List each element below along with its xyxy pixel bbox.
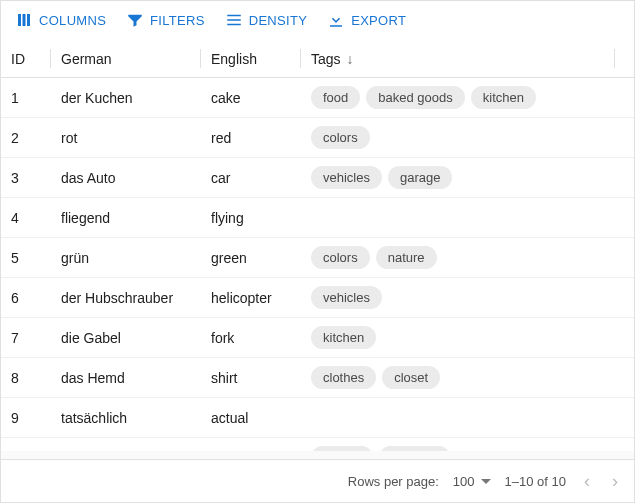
cell-german: grün [51, 244, 201, 272]
cell-id: 10 [1, 444, 51, 452]
columns-label: COLUMNS [39, 13, 106, 28]
table-row[interactable]: 10der Busbusschoolvehicles [1, 438, 634, 451]
table-row[interactable]: 6der Hubschrauberhelicoptervehicles [1, 278, 634, 318]
cell-tags: clothescloset [301, 360, 634, 395]
header-tail [614, 40, 634, 77]
chevron-down-icon [481, 479, 491, 484]
tag-chip[interactable]: clothes [311, 366, 376, 389]
cell-english: flying [201, 204, 301, 232]
cell-tags [301, 412, 634, 424]
header-english-label: English [211, 51, 257, 67]
data-grid: COLUMNS FILTERS DENSITY EXPORT ID German… [0, 0, 635, 503]
cell-tags [301, 212, 634, 224]
table-row[interactable]: 2rotredcolors [1, 118, 634, 158]
cell-english: bus [201, 444, 301, 452]
tag-chip[interactable]: nature [376, 246, 437, 269]
column-headers: ID German English Tags ↓ [1, 40, 634, 78]
header-tags-label: Tags [311, 51, 341, 67]
cell-id: 1 [1, 84, 51, 112]
columns-button[interactable]: COLUMNS [9, 7, 112, 33]
cell-english: cake [201, 84, 301, 112]
header-german[interactable]: German [51, 40, 201, 77]
table-row[interactable]: 5grüngreencolorsnature [1, 238, 634, 278]
cell-id: 8 [1, 364, 51, 392]
tag-chip[interactable]: food [311, 86, 360, 109]
cell-id: 9 [1, 404, 51, 432]
cell-tags: vehicles [301, 280, 634, 315]
cell-id: 3 [1, 164, 51, 192]
table-row[interactable]: 1der Kuchencakefoodbaked goodskitchen [1, 78, 634, 118]
table-row[interactable]: 3das Autocarvehiclesgarage [1, 158, 634, 198]
cell-tags: colorsnature [301, 240, 634, 275]
table-row[interactable]: 8das Hemdshirtclothescloset [1, 358, 634, 398]
table-row[interactable]: 9tatsächlichactual [1, 398, 634, 438]
page-size-select[interactable]: 100 [453, 474, 491, 489]
cell-english: green [201, 244, 301, 272]
tag-chip[interactable]: vehicles [311, 166, 382, 189]
pagination-range: 1–10 of 10 [505, 474, 566, 489]
cell-id: 6 [1, 284, 51, 312]
cell-german: das Hemd [51, 364, 201, 392]
cell-english: red [201, 124, 301, 152]
next-page-button[interactable]: › [608, 468, 622, 494]
tag-chip[interactable]: baked goods [366, 86, 464, 109]
density-icon [225, 11, 243, 29]
tag-chip[interactable]: closet [382, 366, 440, 389]
horizontal-scrollbar[interactable] [1, 451, 634, 459]
header-id[interactable]: ID [1, 40, 51, 77]
cell-english: actual [201, 404, 301, 432]
density-button[interactable]: DENSITY [219, 7, 313, 33]
density-label: DENSITY [249, 13, 307, 28]
header-english[interactable]: English [201, 40, 301, 77]
download-icon [327, 11, 345, 29]
export-button[interactable]: EXPORT [321, 7, 412, 33]
filters-label: FILTERS [150, 13, 205, 28]
cell-german: der Bus [51, 444, 201, 452]
tag-chip[interactable]: colors [311, 246, 370, 269]
cell-tags: schoolvehicles [301, 440, 634, 451]
cell-english: shirt [201, 364, 301, 392]
cell-tags: foodbaked goodskitchen [301, 80, 634, 115]
cell-id: 7 [1, 324, 51, 352]
filter-icon [126, 11, 144, 29]
tag-chip[interactable]: vehicles [311, 286, 382, 309]
cell-id: 4 [1, 204, 51, 232]
rows-per-page-label: Rows per page: [348, 474, 439, 489]
cell-english: fork [201, 324, 301, 352]
cell-tags: kitchen [301, 320, 634, 355]
columns-icon [15, 11, 33, 29]
tag-chip[interactable]: kitchen [311, 326, 376, 349]
cell-id: 2 [1, 124, 51, 152]
cell-german: das Auto [51, 164, 201, 192]
grid-body[interactable]: 1der Kuchencakefoodbaked goodskitchen2ro… [1, 78, 634, 451]
cell-tags: vehiclesgarage [301, 160, 634, 195]
tag-chip[interactable]: garage [388, 166, 452, 189]
page-size-value: 100 [453, 474, 475, 489]
export-label: EXPORT [351, 13, 406, 28]
tag-chip[interactable]: colors [311, 126, 370, 149]
cell-german: der Hubschrauber [51, 284, 201, 312]
header-tags[interactable]: Tags ↓ [301, 40, 614, 77]
cell-german: fliegend [51, 204, 201, 232]
header-id-label: ID [11, 51, 25, 67]
sort-desc-icon: ↓ [347, 51, 354, 67]
filters-button[interactable]: FILTERS [120, 7, 211, 33]
grid-footer: Rows per page: 100 1–10 of 10 ‹ › [1, 459, 634, 502]
cell-german: der Kuchen [51, 84, 201, 112]
cell-tags: colors [301, 120, 634, 155]
header-german-label: German [61, 51, 112, 67]
cell-german: tatsächlich [51, 404, 201, 432]
table-row[interactable]: 4fliegendflying [1, 198, 634, 238]
prev-page-button[interactable]: ‹ [580, 468, 594, 494]
cell-english: car [201, 164, 301, 192]
cell-german: die Gabel [51, 324, 201, 352]
cell-german: rot [51, 124, 201, 152]
tag-chip[interactable]: kitchen [471, 86, 536, 109]
table-row[interactable]: 7die Gabelforkkitchen [1, 318, 634, 358]
grid-toolbar: COLUMNS FILTERS DENSITY EXPORT [1, 1, 634, 40]
cell-english: helicopter [201, 284, 301, 312]
cell-id: 5 [1, 244, 51, 272]
